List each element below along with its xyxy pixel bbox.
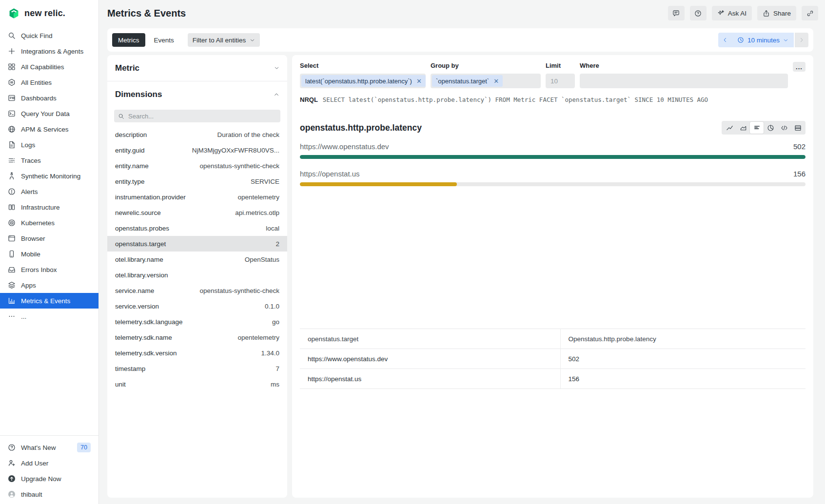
sidebar-item-query-your-data[interactable]: Query Your Data: [0, 106, 98, 121]
dimension-row-otel-library-name[interactable]: otel.library.nameOpenStatus: [107, 252, 287, 267]
sidebar-item-apm-services[interactable]: APM & Services: [0, 121, 98, 137]
sidebar-item-label: Synthetic Monitoring: [21, 173, 80, 180]
dimension-row-unit[interactable]: unitms: [107, 376, 287, 392]
dimension-key: entity.name: [115, 162, 149, 170]
infra-icon: [8, 203, 16, 211]
sidebar-footer-item-add-user[interactable]: Add User: [0, 455, 98, 471]
sidebar-item-integrations-agents[interactable]: Integrations & Agents: [0, 43, 98, 59]
sidebar-footer-item-upgrade-now[interactable]: Upgrade Now: [0, 471, 98, 486]
sidebar-item-all-entities[interactable]: All Entities: [0, 75, 98, 90]
sidebar-item-label: All Capabilities: [21, 63, 64, 71]
sidebar-item-label: Logs: [21, 141, 35, 149]
time-forward-button[interactable]: [795, 33, 808, 47]
dimension-row-openstatus-probes[interactable]: openstatus.probeslocal: [107, 220, 287, 236]
dimension-row-entity-type[interactable]: entity.typeSERVICE: [107, 174, 287, 189]
help-button[interactable]: [690, 6, 707, 20]
time-range-dropdown[interactable]: 10 minutes: [732, 33, 794, 47]
ask-ai-label: Ask AI: [728, 10, 746, 17]
dimension-row-timestamp[interactable]: timestamp7: [107, 361, 287, 376]
footer-item-label: Upgrade Now: [21, 475, 61, 483]
sidebar-item-all-capabilities[interactable]: All Capabilities: [0, 59, 98, 75]
sidebar-item-metrics-events[interactable]: Metrics & Events: [0, 293, 98, 309]
sidebar-item-mobile[interactable]: Mobile: [0, 246, 98, 262]
select-field[interactable]: latest(`openstatus.http.probe.latency`) …: [300, 74, 426, 88]
sidebar-item-browser[interactable]: Browser: [0, 231, 98, 246]
dimension-row-entity-name[interactable]: entity.nameopenstatus-synthetic-check: [107, 158, 287, 174]
chart-type-json-button[interactable]: [777, 122, 791, 134]
dimension-row-service-version[interactable]: service.version0.1.0: [107, 298, 287, 314]
grid-icon: [8, 63, 16, 71]
time-picker: 10 minutes: [718, 33, 808, 47]
time-back-button[interactable]: [718, 33, 732, 47]
sidebar-footer-item-thibault[interactable]: thibault: [0, 486, 98, 502]
help-icon: [694, 10, 702, 17]
search-icon: [118, 113, 124, 119]
dimension-row-description[interactable]: descriptionDuration of the check: [107, 127, 287, 142]
remove-select-icon[interactable]: ✕: [416, 78, 422, 84]
group-by-pill[interactable]: `openstatus.target` ✕: [432, 75, 503, 87]
dimension-row-openstatus-target[interactable]: openstatus.target2: [107, 236, 287, 252]
dimension-row-instrumentation-provider[interactable]: instrumentation.provideropentelemetry: [107, 189, 287, 205]
feedback-button[interactable]: [668, 6, 685, 20]
sidebar-footer-item-what-s-new[interactable]: What's New70: [0, 440, 98, 455]
where-input[interactable]: [581, 77, 786, 85]
sidebar-item-apps[interactable]: Apps: [0, 277, 98, 293]
line-chart-icon: [726, 124, 733, 132]
chart-type-pie-button[interactable]: [764, 122, 777, 134]
tab-events[interactable]: Events: [148, 33, 180, 47]
tab-metrics[interactable]: Metrics: [112, 33, 145, 47]
dimension-value: 1.34.0: [261, 349, 279, 357]
sidebar-item-synthetic-monitoring[interactable]: Synthetic Monitoring: [0, 168, 98, 184]
sidebar-item-label: Errors Inbox: [21, 266, 57, 273]
sidebar-item-label: Apps: [21, 282, 36, 289]
nrql-label: NRQL: [300, 96, 318, 103]
sidebar-item-kubernetes[interactable]: Kubernetes: [0, 215, 98, 231]
sidebar-item-label: Metrics & Events: [21, 297, 70, 305]
content: Metric Dimensions descriptionDuration of…: [107, 55, 813, 498]
dimension-key: description: [115, 131, 147, 138]
permalink-button[interactable]: [802, 6, 818, 20]
new-relic-logo[interactable]: new relic.: [0, 0, 98, 27]
sidebar-item-quick-find[interactable]: Quick Find: [0, 28, 98, 43]
chart-type-bar-button[interactable]: [750, 122, 764, 134]
share-button[interactable]: Share: [757, 6, 796, 20]
chart-type-line-button[interactable]: [723, 122, 736, 134]
sidebar-item-traces[interactable]: Traces: [0, 153, 98, 168]
dimension-search-input[interactable]: [127, 112, 276, 120]
dimension-row-telemetry-sdk-name[interactable]: telemetry.sdk.nameopentelemetry: [107, 330, 287, 345]
dimension-row-telemetry-sdk-language[interactable]: telemetry.sdk.languagego: [107, 314, 287, 330]
select-pill-label: latest(`openstatus.http.probe.latency`): [305, 78, 412, 85]
dimension-row-newrelic-source[interactable]: newrelic.sourceapi.metrics.otlp: [107, 205, 287, 220]
dimension-row-telemetry-sdk-version[interactable]: telemetry.sdk.version1.34.0: [107, 345, 287, 361]
remove-group-by-icon[interactable]: ✕: [493, 78, 499, 84]
limit-clause: Limit 10: [546, 62, 575, 88]
group-by-field[interactable]: `openstatus.target` ✕: [431, 74, 541, 88]
limit-field[interactable]: 10: [546, 74, 575, 88]
dimension-row-service-name[interactable]: service.nameopenstatus-synthetic-check: [107, 283, 287, 298]
dimensions-section-header[interactable]: Dimensions: [107, 81, 287, 108]
dimension-row-entity-guid[interactable]: entity.guidNjM3MjgyOXxFWFR8U0VS...: [107, 142, 287, 158]
sparkle-icon: [717, 10, 725, 17]
chart-type-table-button[interactable]: [791, 122, 805, 134]
entity-filter-dropdown[interactable]: Filter to All entities: [188, 33, 260, 47]
dimension-search: [114, 110, 280, 122]
sidebar-item-infrastructure[interactable]: Infrastructure: [0, 199, 98, 215]
sidebar-item-alerts[interactable]: Alerts: [0, 184, 98, 199]
sidebar-item-errors-inbox[interactable]: Errors Inbox: [0, 262, 98, 277]
sidebar-item-dashboards[interactable]: Dashboards: [0, 90, 98, 106]
chart-type-area-button[interactable]: [736, 122, 750, 134]
dimension-value: local: [266, 225, 279, 232]
sidebar-item-more[interactable]: ...: [0, 309, 98, 324]
select-pill[interactable]: latest(`openstatus.http.probe.latency`) …: [301, 75, 426, 87]
sidebar-item-logs[interactable]: Logs: [0, 137, 98, 153]
clock-icon: [737, 37, 744, 43]
traces-icon: [8, 156, 16, 164]
metric-section-header[interactable]: Metric: [107, 55, 287, 81]
k8s-icon: [8, 219, 16, 227]
sidebar-item-label: Query Your Data: [21, 110, 70, 117]
synthetic-icon: [8, 172, 16, 180]
ask-ai-button[interactable]: Ask AI: [712, 6, 752, 20]
dimension-row-otel-library-version[interactable]: otel.library.version: [107, 267, 287, 283]
query-more-button[interactable]: ...: [793, 62, 805, 72]
select-label: Select: [300, 62, 426, 69]
